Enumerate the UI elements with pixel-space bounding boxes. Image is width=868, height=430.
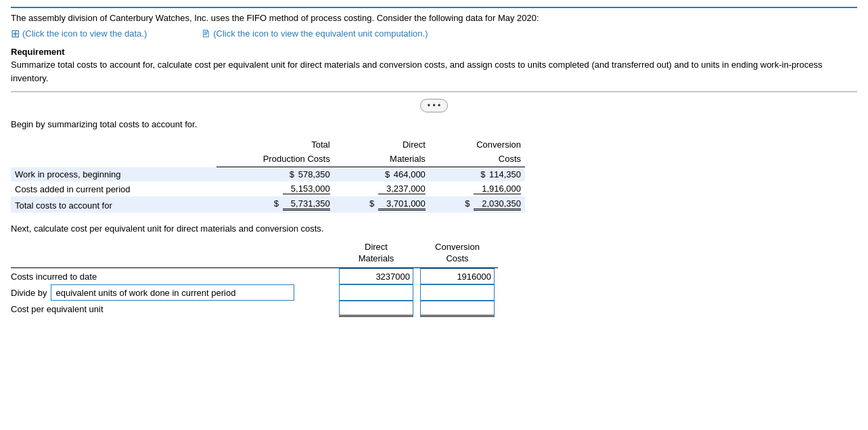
cost-per-unit-label: Cost per equivalent unit xyxy=(11,304,104,314)
cost-per-unit-dm-input[interactable] xyxy=(339,301,413,317)
subheader-conversion: Costs xyxy=(430,152,525,167)
costs-incurred-cc-input[interactable] xyxy=(420,268,495,284)
dollar-sign: $ xyxy=(290,169,296,179)
intro-text: The assembly division of Canterbury Watc… xyxy=(11,12,857,24)
conversion-val: 2,030,350 xyxy=(474,198,521,211)
ellipsis-button[interactable]: • • • xyxy=(420,99,448,112)
table-row: Total costs to account for $ 5,731,350 $… xyxy=(11,196,525,213)
subheader-total: Production Costs xyxy=(216,152,334,167)
header-conversion: Conversion xyxy=(430,137,525,152)
table-row: Costs incurred to date xyxy=(11,268,498,285)
doc-icon: 🖹 xyxy=(201,28,210,39)
table-row: Costs added in current period 5,153,000 … xyxy=(11,181,525,196)
total-val: 5,731,350 xyxy=(283,198,330,211)
link1-text: (Click the icon to view the data.) xyxy=(22,28,147,39)
divide-by-label: Divide by xyxy=(11,288,47,298)
subheader-direct: Materials xyxy=(334,152,430,167)
dollar-sign: $ xyxy=(385,169,391,179)
cpu-subheader-conversion: Costs xyxy=(417,253,498,268)
dollar-sign: $ xyxy=(480,169,486,179)
conversion-val: 114,350 xyxy=(489,169,521,179)
row-label: Costs added in current period xyxy=(11,181,216,196)
row-label: Work in process, beginning xyxy=(11,167,216,182)
dollar-sign: $ xyxy=(274,198,280,209)
equiv-units-label-box: equivalent units of work done in current… xyxy=(51,284,294,301)
table-row: Cost per equivalent unit xyxy=(11,301,498,317)
costs-incurred-dm-input[interactable] xyxy=(339,268,413,284)
dollar-sign: $ xyxy=(369,198,375,209)
cost-per-unit-cc-input[interactable] xyxy=(420,301,495,317)
header-total: Total xyxy=(216,137,334,152)
row-label: Total costs to account for xyxy=(11,196,216,213)
total-val: 5,153,000 xyxy=(283,184,330,194)
table-row: Divide by equivalent units of work done … xyxy=(11,284,498,301)
cpu-header-direct: Direct xyxy=(336,242,417,253)
total-val: 578,350 xyxy=(298,169,330,179)
section2-intro: Next, calculate cost per equivalent unit… xyxy=(11,223,857,234)
direct-val: 464,000 xyxy=(394,169,426,179)
cpu-subheader-direct: Materials xyxy=(336,253,417,268)
conversion-val: 1,916,000 xyxy=(474,184,521,194)
requirement-title: Requirement xyxy=(11,47,857,57)
dollar-sign: $ xyxy=(465,198,471,209)
grid-icon: ⊞ xyxy=(11,27,20,40)
direct-val: 3,701,000 xyxy=(378,198,426,211)
equiv-unit-icon-link[interactable]: 🖹 (Click the icon to view the equivalent… xyxy=(201,28,428,39)
table-row: Work in process, beginning $ 578,350 $ 4… xyxy=(11,167,525,182)
cpu-header-conversion: Conversion xyxy=(417,242,498,253)
header-direct: Direct xyxy=(334,137,430,152)
divide-by-dm-input[interactable] xyxy=(339,284,413,301)
link2-text: (Click the icon to view the equivalent u… xyxy=(213,28,428,39)
divide-by-cc-input[interactable] xyxy=(420,284,495,301)
section1-intro: Begin by summarizing total costs to acco… xyxy=(11,119,857,129)
requirement-text: Summarize total costs to account for, ca… xyxy=(11,58,857,85)
data-icon-link[interactable]: ⊞ (Click the icon to view the data.) xyxy=(11,27,147,40)
direct-val: 3,237,000 xyxy=(378,184,426,194)
costs-incurred-label: Costs incurred to date xyxy=(11,272,97,282)
